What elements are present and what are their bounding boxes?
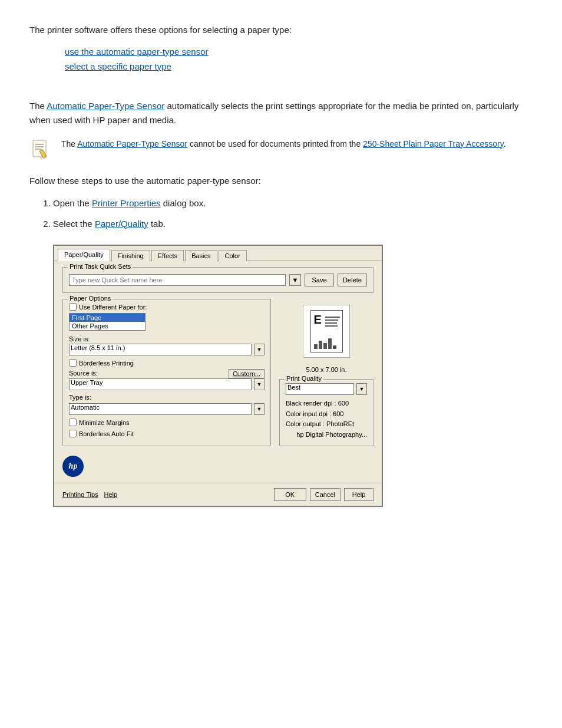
delete-button[interactable]: Delete	[338, 274, 367, 286]
note-tray-link[interactable]: 250-Sheet Plain Paper Tray Accessory	[363, 139, 504, 149]
pq-info: Black render dpi : 600 Color input dpi :…	[286, 398, 367, 440]
main-content: Paper Options Use Different Paper for: F…	[62, 299, 373, 451]
note-icon	[29, 139, 53, 163]
ok-button[interactable]: OK	[274, 488, 306, 501]
bottom-links: Printing Tips Help	[62, 491, 117, 498]
link-2-row: select a specific paper type	[65, 61, 533, 71]
borderless-auto-fit-label: Borderless Auto Fit	[79, 430, 134, 437]
help-link[interactable]: Help	[104, 491, 118, 498]
follow-text: Follow these steps to use the automatic …	[29, 174, 533, 188]
printer-props-link[interactable]: Printer Properties	[92, 198, 161, 208]
preview-inner: E	[310, 310, 343, 353]
note-auto-sensor-link[interactable]: Automatic Paper-Type Sensor	[77, 139, 187, 149]
preview-lines	[325, 317, 340, 328]
black-render-dpi: Black render dpi : 600	[286, 398, 367, 409]
color-input-dpi: Color input dpi : 600	[286, 409, 367, 420]
dialog-wrapper: Paper/Quality Finishing Effects Basics C…	[53, 245, 533, 507]
quick-sets-group: Print Task Quick Sets ▼ Save Delete	[62, 267, 373, 293]
step1-text-2: dialog box.	[161, 198, 206, 208]
help-button[interactable]: Help	[344, 488, 373, 501]
quality-select-arrow[interactable]: ▼	[356, 383, 367, 395]
note-text-3: .	[504, 139, 506, 149]
type-select-row: Automatic ▼	[69, 403, 265, 415]
type-select-arrow[interactable]: ▼	[254, 403, 265, 415]
print-quality-label: Print Quality	[285, 375, 323, 382]
minimize-row: Minimize Margins Borderless Auto Fit	[69, 419, 265, 440]
use-different-paper-row: Use Different Paper for:	[69, 303, 265, 311]
note-text-1: The	[61, 139, 77, 149]
specific-paper-link[interactable]: select a specific paper type	[65, 61, 171, 71]
size-select-arrow[interactable]: ▼	[254, 344, 265, 355]
tab-color[interactable]: Color	[219, 250, 247, 261]
step1-text-1: Open the	[53, 198, 92, 208]
step-2: Select the Paper/Quality tab.	[53, 218, 533, 231]
page-list-item-first[interactable]: First Page	[70, 314, 145, 322]
right-column: E	[279, 299, 373, 451]
tab-basics[interactable]: Basics	[185, 250, 217, 261]
color-output: Color output : PhotoREt	[286, 419, 367, 430]
source-select-arrow[interactable]: ▼	[254, 378, 265, 390]
borderless-auto-fit-checkbox[interactable]	[69, 430, 77, 437]
hp-logo-row: hp	[62, 456, 373, 477]
paper-options-label: Paper Options	[68, 295, 113, 302]
quick-sets-row: ▼ Save Delete	[69, 274, 367, 286]
size-select-row: Letter (8.5 x 11 in.) ▼	[69, 344, 265, 355]
use-different-paper-checkbox[interactable]	[69, 303, 77, 311]
custom-button[interactable]: Custom...	[229, 369, 265, 378]
quick-set-input[interactable]	[69, 274, 286, 286]
source-custom-row: Source is: Custom...	[69, 369, 265, 378]
note-box: The Automatic Paper-Type Sensor cannot b…	[29, 138, 533, 163]
size-label: Size is:	[69, 335, 265, 342]
printer-properties-dialog: Paper/Quality Finishing Effects Basics C…	[53, 245, 383, 507]
borderless-printing-checkbox[interactable]	[69, 359, 77, 367]
type-label-row: Type is:	[69, 394, 265, 402]
type-select-field[interactable]: Automatic	[69, 403, 252, 415]
source-select-field[interactable]: Upper Tray	[69, 378, 252, 390]
link-1-row: use the automatic paper-type sensor	[65, 47, 533, 57]
step2-text-2: tab.	[148, 219, 166, 229]
dialog-tabs: Paper/Quality Finishing Effects Basics C…	[54, 246, 382, 261]
preview-letter: E	[314, 313, 322, 327]
note-text-2: cannot be used for documents printed fro…	[187, 139, 363, 149]
intro-paragraph-1: The printer software offers these option…	[29, 24, 533, 37]
tab-finishing[interactable]: Finishing	[111, 250, 150, 261]
step-1: Open the Printer Properties dialog box.	[53, 197, 533, 210]
link-list: use the automatic paper-type sensor sele…	[65, 47, 533, 71]
page-list[interactable]: First Page Other Pages	[69, 313, 146, 331]
borderless-printing-row: Borderless Printing	[69, 359, 265, 367]
auto-sensor-inline-link[interactable]: Automatic Paper-Type Sensor	[47, 101, 164, 111]
preview-image: E	[303, 305, 350, 358]
auto-sensor-description: The Automatic Paper-Type Sensor automati…	[29, 99, 533, 127]
print-quality-group: Print Quality Best ▼ Black render dpi : …	[279, 379, 373, 446]
cancel-button[interactable]: Cancel	[310, 488, 340, 501]
quick-set-dropdown[interactable]: ▼	[289, 274, 301, 286]
preview-size-label: 5.00 x 7.00 in.	[306, 366, 346, 373]
paper-quality-link[interactable]: Paper/Quality	[95, 219, 148, 229]
desc-text-1: The	[29, 101, 47, 111]
left-column: Paper Options Use Different Paper for: F…	[62, 299, 271, 451]
page-list-item-other[interactable]: Other Pages	[70, 322, 145, 330]
save-button[interactable]: Save	[305, 274, 334, 286]
use-different-paper-label: Use Different Paper for:	[79, 304, 147, 311]
minimize-margins-checkbox[interactable]	[69, 419, 77, 426]
bottom-buttons: OK Cancel Help	[274, 488, 373, 501]
source-label: Source is:	[69, 370, 98, 377]
note-text: The Automatic Paper-Type Sensor cannot b…	[61, 138, 506, 150]
minimize-margins-row: Minimize Margins	[69, 419, 265, 426]
printing-tips-link[interactable]: Printing Tips	[62, 491, 98, 498]
size-select-field[interactable]: Letter (8.5 x 11 in.)	[69, 344, 252, 355]
quality-select-field[interactable]: Best	[286, 383, 354, 395]
dialog-body: Print Task Quick Sets ▼ Save Delete Pape…	[54, 261, 382, 483]
hp-digital-photography: hp Digital Photography...	[286, 430, 367, 440]
tab-effects[interactable]: Effects	[151, 250, 184, 261]
hp-logo: hp	[62, 456, 84, 477]
preview-chart	[314, 337, 339, 349]
type-label: Type is:	[69, 394, 91, 401]
quality-select-row: Best ▼	[286, 383, 367, 395]
auto-sensor-link[interactable]: use the automatic paper-type sensor	[65, 47, 208, 57]
tab-paper-quality[interactable]: Paper/Quality	[58, 249, 110, 261]
borderless-printing-label: Borderless Printing	[79, 360, 134, 367]
borderless-auto-fit-row: Borderless Auto Fit	[69, 430, 265, 437]
paper-options-group: Paper Options Use Different Paper for: F…	[62, 299, 271, 446]
source-select-row: Upper Tray ▼	[69, 378, 265, 390]
